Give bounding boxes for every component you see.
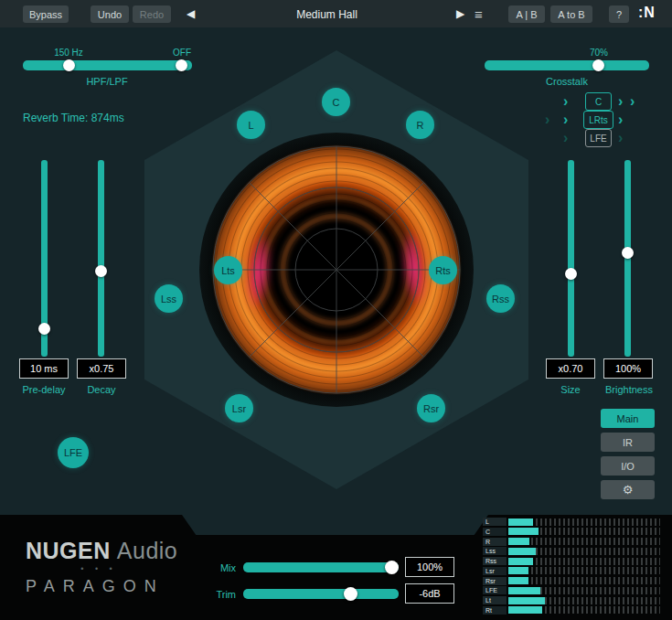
predelay-value-box[interactable]: 10 ms (19, 358, 69, 379)
size-value-box[interactable]: x0.70 (546, 358, 595, 379)
channel-node-lts[interactable]: Lts (214, 256, 242, 284)
meter-fill (508, 558, 533, 565)
channel-node-rts[interactable]: Rts (429, 256, 457, 284)
nugen-logo-icon: :N (638, 5, 656, 21)
route-in-chevron-lfe[interactable]: › (563, 132, 568, 144)
hpf-lpf-label: HPF/LPF (52, 76, 162, 87)
view-tab-io[interactable]: I/O (601, 456, 655, 476)
meter-fill (508, 597, 545, 604)
trim-value-box[interactable]: -6dB (405, 583, 454, 604)
trim-handle[interactable] (344, 587, 357, 601)
meter-channel-label: Lt (483, 596, 507, 604)
meter-track (508, 558, 660, 565)
meter-fill (508, 538, 529, 545)
decay-value-box[interactable]: x0.75 (77, 358, 126, 379)
brand-logo: NUGENAudio (26, 538, 177, 564)
reverb-time-readout: Reverb Time: 874ms (23, 112, 169, 124)
brightness-value-box[interactable]: 100% (603, 358, 653, 379)
meter-row: Lss (483, 547, 660, 555)
output-meters: L C R Lss Rss Lsr Rsr LFE (483, 518, 660, 615)
decay-label: Decay (74, 384, 129, 395)
view-tab-ir[interactable]: IR (601, 433, 655, 452)
redo-button[interactable]: Redo (133, 5, 171, 23)
size-slider[interactable] (568, 160, 574, 357)
route-out-chevron-lrts[interactable]: › (618, 113, 623, 126)
preset-name[interactable]: Medium Hall (229, 8, 425, 21)
meter-fill (508, 518, 533, 526)
channel-node-r[interactable]: R (406, 111, 434, 139)
meter-track (508, 538, 660, 545)
lpf-value: OFF (155, 48, 209, 58)
channel-node-l[interactable]: L (237, 111, 265, 139)
meter-track (508, 518, 660, 526)
mix-slider[interactable] (243, 562, 399, 572)
brightness-handle[interactable] (622, 247, 634, 259)
route-out-chevron-lfe[interactable]: › (618, 132, 623, 144)
trim-label: Trim (203, 589, 236, 600)
meter-row: Lt (483, 596, 660, 604)
meter-track (508, 548, 660, 555)
route-button-c[interactable]: C (585, 92, 612, 111)
channel-node-rss[interactable]: Rss (486, 284, 515, 313)
meter-track (508, 577, 660, 584)
route-in-chevron-lrts-2[interactable]: › (563, 113, 568, 126)
view-tab-main[interactable]: Main (601, 409, 655, 428)
route-button-lfe[interactable]: LFE (585, 129, 612, 147)
meter-channel-label: L (483, 518, 507, 526)
channel-node-lsr[interactable]: Lsr (225, 394, 253, 422)
settings-gear-icon[interactable]: ⚙ (601, 480, 655, 499)
channel-node-lss[interactable]: Lss (155, 284, 183, 313)
crosstalk-handle[interactable] (592, 59, 604, 71)
predelay-label: Pre-delay (16, 384, 71, 395)
crosstalk-label: Crosstalk (512, 76, 622, 87)
meter-channel-label: LFE (483, 586, 507, 594)
route-button-lrts[interactable]: LRts (583, 111, 613, 129)
meter-channel-label: Lsr (483, 567, 507, 575)
brand-suffix: Audio (117, 538, 177, 563)
previous-preset-icon[interactable]: ◀ (187, 7, 195, 20)
channel-node-rsr[interactable]: Rsr (417, 394, 445, 422)
trim-slider[interactable] (243, 589, 399, 599)
meter-fill (508, 577, 528, 584)
meter-fill (508, 528, 539, 535)
a-to-b-button[interactable]: A to B (550, 5, 592, 23)
hpf-value: 150 Hz (41, 48, 96, 58)
next-preset-icon[interactable]: ▶ (456, 7, 464, 20)
decay-handle[interactable] (95, 265, 107, 277)
preset-list-icon[interactable]: ≡ (475, 6, 483, 22)
meter-fill (508, 587, 540, 594)
meter-row: C (483, 528, 660, 536)
meter-row: R (483, 538, 660, 546)
mix-handle[interactable] (385, 561, 399, 574)
hpf-lpf-slider[interactable] (23, 60, 192, 70)
meter-channel-label: C (483, 528, 507, 536)
channel-node-c[interactable]: C (322, 88, 350, 116)
meter-fill (508, 606, 542, 614)
route-in-chevron-c[interactable]: › (563, 95, 568, 108)
route-in-chevron-lrts-1[interactable]: › (545, 113, 549, 126)
meter-channel-label: Rt (483, 606, 507, 615)
meter-row: Rss (483, 557, 660, 565)
paragon-plugin-window: C L R Lts Rts Lss Rss Lsr Rsr LFE Bypass… (0, 0, 672, 620)
hpf-handle[interactable] (63, 59, 75, 71)
meter-track (508, 567, 660, 574)
undo-button[interactable]: Undo (91, 5, 129, 23)
route-out-chevron-c-1[interactable]: › (618, 95, 623, 108)
meter-track (508, 597, 660, 604)
meter-track (508, 528, 660, 535)
size-handle[interactable] (565, 268, 577, 280)
route-out-chevron-c-2[interactable]: › (630, 95, 635, 108)
footer-tab-left (0, 515, 197, 536)
lpf-handle[interactable] (176, 59, 187, 71)
mix-value-box[interactable]: 100% (405, 557, 454, 577)
channel-node-lfe[interactable]: LFE (58, 437, 89, 468)
predelay-handle[interactable] (38, 323, 50, 335)
crosstalk-slider[interactable] (485, 60, 649, 70)
ab-compare-button[interactable]: A | B (508, 5, 545, 23)
top-toolbar: Bypass Undo Redo ◀ Medium Hall ▶ ≡ A | B… (0, 0, 672, 27)
crosstalk-value: 70% (571, 48, 626, 58)
decay-slider[interactable] (98, 160, 104, 357)
bypass-button[interactable]: Bypass (23, 5, 69, 23)
meter-row: L (483, 518, 660, 526)
help-button[interactable]: ? (609, 5, 629, 23)
